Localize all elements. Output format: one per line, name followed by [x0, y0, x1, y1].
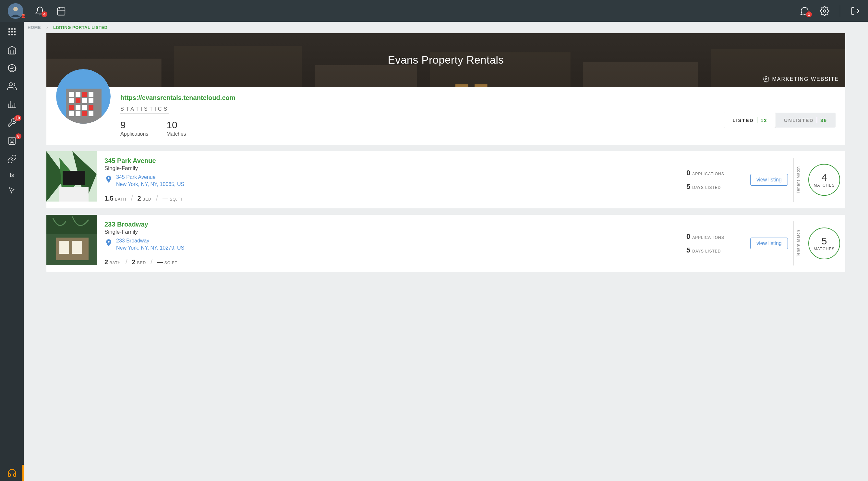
calendar-icon[interactable] — [56, 6, 66, 16]
applications-unit: APPLICATIONS — [692, 235, 724, 240]
bed-value: 2 — [137, 195, 141, 202]
listing-tabs: LISTED 12 UNLISTED 36 — [724, 113, 836, 127]
matches-number: 4 — [822, 172, 827, 183]
notifications-badge: 4 — [41, 11, 48, 17]
transactions-icon[interactable] — [7, 63, 17, 73]
tenant-match-text: Tenant Match — [796, 230, 801, 257]
tenant-match-label: Tenant Match — [794, 221, 803, 266]
applications-value: 0 — [686, 169, 690, 177]
view-listing-button[interactable]: view listing — [750, 238, 787, 249]
svg-rect-52 — [69, 105, 74, 110]
svg-point-21 — [11, 34, 13, 35]
applications-unit: APPLICATIONS — [692, 172, 724, 176]
link-icon[interactable] — [7, 154, 17, 164]
bed-value: 2 — [132, 258, 135, 266]
portal-url[interactable]: https://evansrentals.tenantcloud.com — [120, 94, 724, 101]
listing-specs: 2 BATH / 2 BED / — SQ.FT — [104, 258, 679, 266]
tools-icon[interactable]: 10 — [7, 118, 17, 127]
apps-icon[interactable] — [7, 27, 17, 37]
tab-listed-label: LISTED — [733, 118, 753, 123]
marketing-website-link[interactable]: MARKETING WEBSITE — [763, 76, 839, 83]
svg-rect-49 — [75, 98, 81, 103]
home-icon[interactable] — [7, 45, 17, 55]
svg-rect-47 — [89, 92, 93, 97]
listing-title[interactable]: 233 Broadway — [104, 221, 679, 228]
svg-rect-37 — [583, 62, 699, 87]
user-avatar[interactable]: 📌 — [8, 3, 23, 19]
tab-unlisted[interactable]: UNLISTED 36 — [776, 113, 836, 127]
sqft-label: SQ.FT — [164, 261, 178, 265]
tools-badge: 10 — [14, 115, 21, 121]
listing-stats: 0 APPLICATIONS 5 DAYS LISTED — [686, 151, 745, 208]
applications-stat: 9 Applications — [120, 119, 148, 137]
svg-rect-56 — [69, 111, 74, 116]
reports-icon[interactable] — [7, 100, 17, 109]
svg-rect-50 — [82, 98, 87, 103]
days-listed-value: 5 — [686, 246, 690, 254]
chat-icon[interactable]: 1 — [800, 6, 809, 16]
listing-type: Single-Family — [104, 229, 679, 235]
bath-value: 1.5 — [104, 195, 114, 202]
portal-logo — [56, 69, 111, 124]
svg-rect-67 — [72, 241, 82, 254]
spec-divider: / — [156, 194, 158, 203]
chat-badge: 1 — [806, 11, 812, 17]
svg-point-19 — [14, 31, 16, 33]
bath-label: BATH — [110, 261, 121, 265]
spec-divider: / — [151, 258, 152, 266]
applications-value: 0 — [686, 232, 690, 241]
svg-rect-62 — [59, 187, 89, 202]
applications-label: Applications — [120, 131, 148, 137]
address-line2: New York, NY, NY, 10065, US — [116, 181, 184, 188]
tab-separator — [757, 117, 757, 123]
breadcrumb-current: LISTING PORTAL LISTED — [53, 25, 107, 30]
svg-point-17 — [8, 31, 10, 33]
applications-count: 9 — [120, 119, 148, 130]
listing-image — [46, 151, 97, 202]
headset-icon[interactable] — [7, 468, 17, 478]
notifications-icon[interactable]: 4 — [35, 6, 45, 16]
main-content: HOME LISTING PORTAL LISTED E — [24, 22, 868, 481]
matches-count: 10 — [166, 119, 186, 130]
breadcrumb-home[interactable]: HOME — [28, 25, 41, 30]
statistics-label: STATISTICS — [120, 106, 169, 114]
matches-stat: 10 Matches — [166, 119, 186, 137]
settings-icon[interactable] — [820, 6, 829, 16]
sqft-value: — — [157, 259, 163, 266]
view-listing-button[interactable]: view listing — [750, 174, 787, 186]
sidebar-text-item[interactable]: Is — [10, 172, 13, 178]
svg-point-16 — [14, 28, 16, 30]
listing-title[interactable]: 345 Park Avenue — [104, 157, 679, 164]
svg-rect-35 — [315, 65, 417, 87]
matches-circle[interactable]: 4 MATCHES — [808, 164, 840, 196]
tab-unlisted-label: UNLISTED — [784, 118, 813, 123]
sidebar-accent — [22, 465, 24, 481]
svg-rect-64 — [46, 215, 97, 234]
logout-icon[interactable] — [850, 6, 860, 16]
bed-label: BED — [137, 261, 146, 265]
matches-number: 5 — [822, 236, 827, 247]
cursor-icon[interactable] — [8, 187, 16, 194]
bath-value: 2 — [104, 258, 108, 266]
tab-unlisted-count: 36 — [820, 118, 827, 123]
svg-point-14 — [8, 28, 10, 30]
days-listed-value: 5 — [686, 182, 690, 191]
listing-stats: 0 APPLICATIONS 5 DAYS LISTED — [686, 215, 745, 272]
breadcrumb: HOME LISTING PORTAL LISTED — [24, 22, 868, 33]
svg-point-1 — [13, 7, 18, 11]
sqft-value: — — [162, 196, 168, 202]
marketing-website-label: MARKETING WEBSITE — [772, 76, 839, 82]
svg-rect-66 — [59, 241, 69, 254]
svg-rect-53 — [75, 105, 81, 110]
bed-label: BED — [143, 197, 152, 202]
people-icon[interactable] — [7, 82, 17, 91]
svg-rect-48 — [69, 98, 74, 103]
svg-rect-44 — [69, 92, 74, 97]
listing-specs: 1.5 BATH / 2 BED / — SQ.FT — [104, 194, 679, 203]
contacts-icon[interactable]: 8 — [7, 136, 17, 146]
listing-type: Single-Family — [104, 165, 679, 172]
matches-circle[interactable]: 5 MATCHES — [808, 228, 840, 259]
spec-divider: / — [131, 194, 133, 203]
tab-listed[interactable]: LISTED 12 — [724, 113, 776, 127]
matches-circle-label: MATCHES — [814, 183, 835, 188]
